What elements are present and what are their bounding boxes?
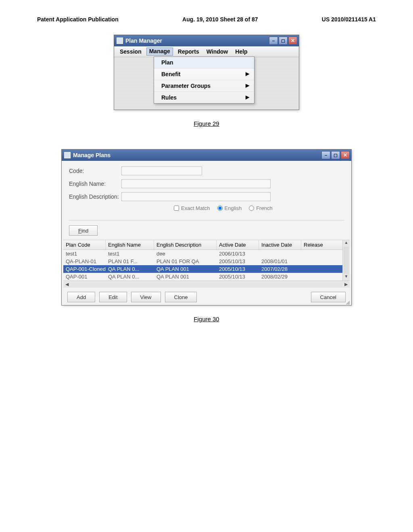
french-radio-label: French [256, 205, 272, 211]
english-radio-label: English [225, 205, 242, 211]
add-button[interactable]: Add [67, 292, 95, 302]
vertical-scrollbar[interactable]: ▲ ▼ [342, 240, 350, 281]
maximize-icon: ◻ [334, 152, 338, 158]
patent-header: Patent Application Publication Aug. 19, … [25, 16, 388, 35]
submenu-arrow-icon: ▶ [246, 71, 249, 77]
menu-reports[interactable]: Reports [178, 48, 199, 55]
maximize-button[interactable]: ◻ [331, 151, 340, 159]
code-label: Code: [69, 168, 121, 174]
maximize-button[interactable]: ◻ [279, 37, 288, 45]
english-description-input[interactable] [121, 192, 271, 201]
french-radio-input[interactable] [249, 206, 254, 211]
submenu-arrow-icon: ▶ [246, 94, 249, 101]
cell-name: QA PLAN 0... [106, 265, 154, 273]
figure-caption: Figure 30 [25, 316, 388, 322]
menu-manage[interactable]: Manage [146, 48, 173, 56]
window-title: Manage Plans [73, 152, 111, 158]
menu-help[interactable]: Help [235, 48, 247, 55]
menu-session[interactable]: Session [120, 48, 142, 55]
header-right: US 2010/0211415 A1 [322, 16, 376, 23]
col-active-date[interactable]: Active Date [217, 240, 259, 249]
cell-inactive: 2007/02/28 [259, 265, 301, 273]
col-english-description[interactable]: English Description [154, 240, 217, 249]
cell-code: QA-PLAN-01 [63, 258, 106, 265]
find-label-rest: ind [81, 228, 88, 234]
cell-name: test1 [106, 250, 154, 258]
cell-desc: PLAN 01 FOR QA [154, 258, 217, 265]
submenu-arrow-icon: ▶ [246, 83, 249, 89]
cell-name: PLAN 01 F... [106, 258, 154, 265]
app-icon [64, 152, 71, 158]
dropdown-rules[interactable]: Rules ▶ [154, 92, 254, 103]
minimize-icon: – [272, 38, 275, 44]
cell-desc: QA PLAN 001 [154, 273, 217, 281]
english-radio[interactable]: English [217, 205, 242, 211]
exact-match-label: Exact Match [181, 205, 210, 211]
cell-code: QAP-001 [63, 273, 106, 281]
edit-button[interactable]: Edit [99, 292, 127, 302]
english-radio-input[interactable] [217, 206, 223, 211]
minimize-button[interactable]: – [321, 151, 330, 159]
dropdown-label: Parameter Groups [161, 83, 211, 89]
header-center: Aug. 19, 2010 Sheet 28 of 87 [182, 16, 258, 23]
scroll-track[interactable] [344, 247, 349, 274]
titlebar[interactable]: Plan Manager – ◻ ✕ [114, 35, 299, 46]
titlebar[interactable]: Manage Plans – ◻ ✕ [62, 150, 351, 161]
dropdown-label: Plan [161, 59, 173, 66]
table-row-selected[interactable]: QAP-001-Cloned QA PLAN 0... QA PLAN 001 … [63, 265, 350, 273]
cell-name: QA PLAN 0... [106, 273, 154, 281]
french-radio[interactable]: French [249, 205, 272, 211]
cell-active: 2005/10/13 [217, 273, 259, 281]
window-title: Plan Manager [125, 37, 162, 44]
code-input[interactable] [121, 166, 202, 175]
table-row[interactable]: QAP-001 QA PLAN 0... QA PLAN 001 2005/10… [63, 273, 350, 281]
scroll-up-icon[interactable]: ▲ [343, 240, 350, 247]
cell-desc: dee [154, 250, 217, 258]
exact-match-box[interactable] [174, 206, 179, 211]
separator [69, 220, 344, 220]
close-button[interactable]: ✕ [288, 37, 297, 45]
dropdown-benefit[interactable]: Benefit ▶ [154, 69, 254, 80]
minimize-icon: – [325, 152, 327, 158]
horizontal-scrollbar[interactable]: ◀ ▶ [63, 281, 350, 288]
app-icon [117, 37, 123, 44]
scroll-down-icon[interactable]: ▼ [343, 274, 350, 281]
cancel-button[interactable]: Cancel [311, 292, 346, 302]
menubar: Session Manage Reports Window Help [114, 46, 299, 57]
menu-window[interactable]: Window [206, 48, 228, 55]
cell-inactive: 2008/01/01 [259, 258, 301, 265]
cell-active: 2005/10/13 [217, 258, 259, 265]
close-icon: ✕ [343, 152, 347, 158]
results-grid: Plan Code English Name English Descripti… [63, 240, 350, 288]
scroll-right-icon[interactable]: ▶ [342, 282, 350, 287]
col-inactive-date[interactable]: Inactive Date [259, 240, 301, 249]
dropdown-parameter-groups[interactable]: Parameter Groups ▶ [154, 80, 254, 92]
dropdown-label: Benefit [161, 71, 180, 77]
dropdown-label: Rules [161, 94, 177, 101]
cell-active: 2006/10/13 [217, 250, 259, 258]
close-icon: ✕ [291, 38, 295, 44]
scroll-left-icon[interactable]: ◀ [63, 282, 71, 287]
english-name-input[interactable] [121, 179, 271, 188]
header-left: Patent Application Publication [37, 16, 119, 23]
english-description-label: English Description: [69, 193, 121, 200]
plan-manager-window: Plan Manager – ◻ ✕ Session Manage Report… [114, 35, 299, 110]
table-row[interactable]: QA-PLAN-01 PLAN 01 F... PLAN 01 FOR QA 2… [63, 258, 350, 265]
cell-inactive: 2008/02/29 [259, 273, 301, 281]
cell-code: test1 [63, 250, 106, 258]
col-english-name[interactable]: English Name [106, 240, 154, 249]
col-plan-code[interactable]: Plan Code [63, 240, 106, 249]
cell-active: 2005/10/13 [217, 265, 259, 273]
cell-code: QAP-001-Cloned [63, 265, 106, 273]
table-row[interactable]: test1 test1 dee 2006/10/13 [63, 250, 350, 258]
exact-match-checkbox[interactable]: Exact Match [174, 205, 210, 211]
view-button[interactable]: View [131, 292, 161, 302]
find-button[interactable]: Find [69, 225, 98, 236]
dropdown-plan[interactable]: Plan [154, 57, 254, 69]
close-button[interactable]: ✕ [341, 151, 350, 159]
figure-caption: Figure 29 [25, 120, 388, 127]
maximize-icon: ◻ [281, 38, 285, 44]
clone-button[interactable]: Clone [165, 292, 197, 302]
minimize-button[interactable]: – [269, 37, 278, 45]
english-name-label: English Name: [69, 181, 121, 187]
